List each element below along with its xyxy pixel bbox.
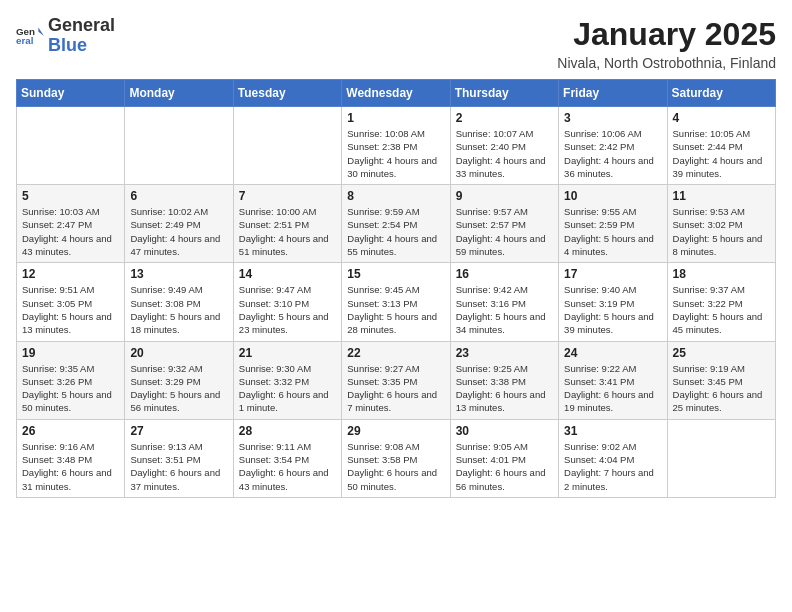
day-info: Sunrise: 9:40 AM Sunset: 3:19 PM Dayligh… xyxy=(564,283,661,336)
day-info: Sunrise: 9:08 AM Sunset: 3:58 PM Dayligh… xyxy=(347,440,444,493)
calendar-cell: 8Sunrise: 9:59 AM Sunset: 2:54 PM Daylig… xyxy=(342,185,450,263)
logo-general: General xyxy=(48,16,115,36)
day-number: 20 xyxy=(130,346,227,360)
day-info: Sunrise: 10:08 AM Sunset: 2:38 PM Daylig… xyxy=(347,127,444,180)
weekday-header-cell: Monday xyxy=(125,80,233,107)
weekday-header-cell: Tuesday xyxy=(233,80,341,107)
day-number: 9 xyxy=(456,189,553,203)
day-number: 7 xyxy=(239,189,336,203)
day-info: Sunrise: 9:02 AM Sunset: 4:04 PM Dayligh… xyxy=(564,440,661,493)
day-number: 25 xyxy=(673,346,770,360)
svg-marker-2 xyxy=(38,27,44,35)
calendar-cell: 25Sunrise: 9:19 AM Sunset: 3:45 PM Dayli… xyxy=(667,341,775,419)
day-number: 21 xyxy=(239,346,336,360)
day-info: Sunrise: 9:19 AM Sunset: 3:45 PM Dayligh… xyxy=(673,362,770,415)
day-info: Sunrise: 9:37 AM Sunset: 3:22 PM Dayligh… xyxy=(673,283,770,336)
weekday-header-cell: Sunday xyxy=(17,80,125,107)
page-header: Gen eral General Blue January 2025 Nival… xyxy=(16,16,776,71)
day-info: Sunrise: 9:49 AM Sunset: 3:08 PM Dayligh… xyxy=(130,283,227,336)
day-number: 26 xyxy=(22,424,119,438)
calendar-cell: 28Sunrise: 9:11 AM Sunset: 3:54 PM Dayli… xyxy=(233,419,341,497)
calendar-week-row: 12Sunrise: 9:51 AM Sunset: 3:05 PM Dayli… xyxy=(17,263,776,341)
day-info: Sunrise: 10:07 AM Sunset: 2:40 PM Daylig… xyxy=(456,127,553,180)
calendar-cell: 10Sunrise: 9:55 AM Sunset: 2:59 PM Dayli… xyxy=(559,185,667,263)
day-number: 19 xyxy=(22,346,119,360)
day-info: Sunrise: 9:13 AM Sunset: 3:51 PM Dayligh… xyxy=(130,440,227,493)
calendar-cell: 4Sunrise: 10:05 AM Sunset: 2:44 PM Dayli… xyxy=(667,107,775,185)
day-number: 14 xyxy=(239,267,336,281)
day-number: 18 xyxy=(673,267,770,281)
calendar-cell: 2Sunrise: 10:07 AM Sunset: 2:40 PM Dayli… xyxy=(450,107,558,185)
day-info: Sunrise: 9:59 AM Sunset: 2:54 PM Dayligh… xyxy=(347,205,444,258)
day-info: Sunrise: 9:25 AM Sunset: 3:38 PM Dayligh… xyxy=(456,362,553,415)
day-number: 12 xyxy=(22,267,119,281)
day-info: Sunrise: 9:53 AM Sunset: 3:02 PM Dayligh… xyxy=(673,205,770,258)
day-number: 13 xyxy=(130,267,227,281)
day-number: 23 xyxy=(456,346,553,360)
calendar-table: SundayMondayTuesdayWednesdayThursdayFrid… xyxy=(16,79,776,498)
calendar-cell: 16Sunrise: 9:42 AM Sunset: 3:16 PM Dayli… xyxy=(450,263,558,341)
day-number: 8 xyxy=(347,189,444,203)
day-info: Sunrise: 9:27 AM Sunset: 3:35 PM Dayligh… xyxy=(347,362,444,415)
day-info: Sunrise: 9:42 AM Sunset: 3:16 PM Dayligh… xyxy=(456,283,553,336)
month-title: January 2025 xyxy=(557,16,776,53)
day-number: 10 xyxy=(564,189,661,203)
day-number: 6 xyxy=(130,189,227,203)
weekday-header-row: SundayMondayTuesdayWednesdayThursdayFrid… xyxy=(17,80,776,107)
day-number: 17 xyxy=(564,267,661,281)
calendar-cell: 27Sunrise: 9:13 AM Sunset: 3:51 PM Dayli… xyxy=(125,419,233,497)
calendar-body: 1Sunrise: 10:08 AM Sunset: 2:38 PM Dayli… xyxy=(17,107,776,498)
calendar-cell: 12Sunrise: 9:51 AM Sunset: 3:05 PM Dayli… xyxy=(17,263,125,341)
day-number: 31 xyxy=(564,424,661,438)
calendar-cell: 1Sunrise: 10:08 AM Sunset: 2:38 PM Dayli… xyxy=(342,107,450,185)
day-number: 24 xyxy=(564,346,661,360)
calendar-cell: 11Sunrise: 9:53 AM Sunset: 3:02 PM Dayli… xyxy=(667,185,775,263)
day-number: 1 xyxy=(347,111,444,125)
calendar-cell: 7Sunrise: 10:00 AM Sunset: 2:51 PM Dayli… xyxy=(233,185,341,263)
calendar-cell: 6Sunrise: 10:02 AM Sunset: 2:49 PM Dayli… xyxy=(125,185,233,263)
calendar-cell xyxy=(667,419,775,497)
day-info: Sunrise: 10:00 AM Sunset: 2:51 PM Daylig… xyxy=(239,205,336,258)
calendar-cell: 17Sunrise: 9:40 AM Sunset: 3:19 PM Dayli… xyxy=(559,263,667,341)
day-info: Sunrise: 9:45 AM Sunset: 3:13 PM Dayligh… xyxy=(347,283,444,336)
calendar-cell: 13Sunrise: 9:49 AM Sunset: 3:08 PM Dayli… xyxy=(125,263,233,341)
day-number: 4 xyxy=(673,111,770,125)
day-number: 2 xyxy=(456,111,553,125)
weekday-header-cell: Thursday xyxy=(450,80,558,107)
calendar-cell: 30Sunrise: 9:05 AM Sunset: 4:01 PM Dayli… xyxy=(450,419,558,497)
day-number: 28 xyxy=(239,424,336,438)
day-number: 11 xyxy=(673,189,770,203)
calendar-cell: 9Sunrise: 9:57 AM Sunset: 2:57 PM Daylig… xyxy=(450,185,558,263)
day-number: 3 xyxy=(564,111,661,125)
calendar-cell xyxy=(17,107,125,185)
day-number: 30 xyxy=(456,424,553,438)
calendar-cell: 19Sunrise: 9:35 AM Sunset: 3:26 PM Dayli… xyxy=(17,341,125,419)
day-info: Sunrise: 9:57 AM Sunset: 2:57 PM Dayligh… xyxy=(456,205,553,258)
day-info: Sunrise: 9:16 AM Sunset: 3:48 PM Dayligh… xyxy=(22,440,119,493)
logo-blue: Blue xyxy=(48,36,115,56)
title-section: January 2025 Nivala, North Ostrobothnia,… xyxy=(557,16,776,71)
logo-icon: Gen eral xyxy=(16,22,44,50)
day-info: Sunrise: 9:32 AM Sunset: 3:29 PM Dayligh… xyxy=(130,362,227,415)
calendar-cell: 26Sunrise: 9:16 AM Sunset: 3:48 PM Dayli… xyxy=(17,419,125,497)
day-number: 5 xyxy=(22,189,119,203)
calendar-cell xyxy=(233,107,341,185)
calendar-cell: 14Sunrise: 9:47 AM Sunset: 3:10 PM Dayli… xyxy=(233,263,341,341)
day-info: Sunrise: 10:05 AM Sunset: 2:44 PM Daylig… xyxy=(673,127,770,180)
day-info: Sunrise: 9:55 AM Sunset: 2:59 PM Dayligh… xyxy=(564,205,661,258)
calendar-cell: 20Sunrise: 9:32 AM Sunset: 3:29 PM Dayli… xyxy=(125,341,233,419)
calendar-cell: 24Sunrise: 9:22 AM Sunset: 3:41 PM Dayli… xyxy=(559,341,667,419)
day-info: Sunrise: 9:22 AM Sunset: 3:41 PM Dayligh… xyxy=(564,362,661,415)
day-info: Sunrise: 9:35 AM Sunset: 3:26 PM Dayligh… xyxy=(22,362,119,415)
location-title: Nivala, North Ostrobothnia, Finland xyxy=(557,55,776,71)
day-info: Sunrise: 9:47 AM Sunset: 3:10 PM Dayligh… xyxy=(239,283,336,336)
day-info: Sunrise: 10:02 AM Sunset: 2:49 PM Daylig… xyxy=(130,205,227,258)
day-number: 15 xyxy=(347,267,444,281)
calendar-cell: 15Sunrise: 9:45 AM Sunset: 3:13 PM Dayli… xyxy=(342,263,450,341)
weekday-header-cell: Wednesday xyxy=(342,80,450,107)
weekday-header-cell: Friday xyxy=(559,80,667,107)
calendar-cell: 5Sunrise: 10:03 AM Sunset: 2:47 PM Dayli… xyxy=(17,185,125,263)
logo: Gen eral General Blue xyxy=(16,16,115,56)
calendar-week-row: 5Sunrise: 10:03 AM Sunset: 2:47 PM Dayli… xyxy=(17,185,776,263)
day-number: 29 xyxy=(347,424,444,438)
